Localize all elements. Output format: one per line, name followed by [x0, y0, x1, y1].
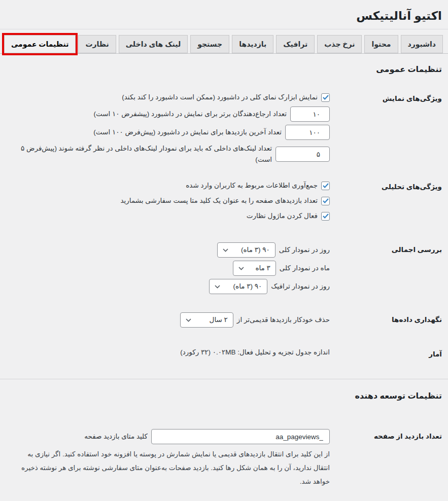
logged-in-users-label: جمع‌آوری اطلاعات مربوط به کاربران وارد ش… — [186, 180, 318, 191]
page-title: اکتیو آنالیتیکس — [6, 8, 442, 23]
general-settings-heading: تنظیمات عمومی — [6, 64, 442, 75]
pageviews-meta-key-checkbox[interactable] — [321, 197, 330, 205]
tab-content[interactable]: محتوا — [364, 35, 398, 53]
monitoring-module-label: فعال کردن ماژول نظارت — [247, 210, 318, 222]
traffic-chart-days-label: روز در نمودار ترافیک — [271, 281, 330, 292]
section-divider — [0, 379, 448, 379]
selected-value: ۲ سال — [210, 314, 228, 326]
tab-visits[interactable]: بازدیدها — [232, 35, 273, 53]
retention-period-select[interactable]: ۲ سال — [180, 312, 233, 328]
pageviews-meta-key-input[interactable] — [151, 429, 330, 444]
table-size-text: اندازه جدول تجزیه و تحلیل فعال: ۰.۰۲MB (… — [180, 347, 330, 358]
checkmark-icon — [323, 183, 329, 188]
developer-settings-heading: تنظیمات توسعه دهنده — [6, 390, 442, 402]
tab-dashboard[interactable]: داشبورد — [401, 35, 443, 53]
row-label-overview: بررسی اجمالی — [330, 242, 442, 255]
selected-value: ۹۰ (۳ ماه) — [233, 281, 262, 292]
pageviews-key-description: از این کلید برای انتقال بازدیدهای قدیمی … — [19, 447, 330, 488]
overview-widget-label: نمایش ابزارک نمای کلی در داشبورد (ممکن ا… — [122, 92, 318, 103]
overall-chart-months-label: ماه در نمودار کلی — [280, 263, 330, 274]
page-root: { "page": { "title": "اکتیو آنالیتیکس" }… — [0, 0, 448, 501]
internal-links-count-input[interactable] — [275, 147, 330, 162]
traffic-chart-days-select[interactable]: ۹۰ (۳ ماه) — [209, 279, 267, 294]
latest-visits-count-input[interactable] — [285, 125, 330, 140]
row-overview: بررسی اجمالی روز در نمودار کلی ۹۰ (۳ ماه… — [6, 242, 442, 294]
checkmark-icon — [323, 213, 329, 219]
row-analytics-features: ویژگی‌های تحلیلی جمع‌آوری اطلاعات مربوط … — [6, 180, 442, 222]
row-label-analytics-features: ویژگی‌های تحلیلی — [330, 180, 442, 192]
pageviews-meta-key-label: تعداد بازدیدهای صفحه را به عنوان یک کلید… — [121, 195, 318, 206]
top-referrers-count-input[interactable] — [290, 106, 330, 122]
auto-delete-label: حذف خودکار بازدیدها قدیمی‌تر از — [237, 314, 330, 326]
chevron-down-icon — [186, 318, 191, 322]
latest-visits-count-label: تعداد آخرین بازدیدها برای نمایش در داشبو… — [93, 127, 282, 138]
monitoring-module-checkbox[interactable] — [321, 212, 330, 221]
overview-widget-checkbox[interactable] — [321, 93, 330, 102]
row-label-pageviews-key: تعداد بازدید از صفحه — [330, 429, 442, 442]
tab-search[interactable]: جستجو — [190, 35, 229, 53]
row-label-display-features: ویژگی‌های نمایش — [330, 91, 442, 104]
row-data-retention: نگهداری داده‌ها حذف خودکار بازدیدها قدیم… — [6, 312, 442, 328]
overall-chart-days-label: روز در نمودار کلی — [279, 244, 330, 256]
internal-links-count-label: تعداد لینک‌های داخلی که باید برای نمودار… — [6, 143, 272, 165]
row-stats: آمار اندازه جدول تجزیه و تحلیل فعال: ۰.۰… — [6, 347, 442, 360]
selected-value: ۳ ماه — [255, 263, 270, 274]
tab-general-settings[interactable]: تنظیمات عمومی — [4, 35, 76, 53]
tab-internal-links[interactable]: لینک های داخلی — [119, 35, 188, 53]
tab-traffic[interactable]: ترافیک — [276, 35, 315, 53]
row-label-data-retention: نگهداری داده‌ها — [330, 312, 442, 325]
overall-chart-months-select[interactable]: ۳ ماه — [233, 261, 276, 276]
chevron-down-icon — [238, 267, 244, 270]
page-header: اکتیو آنالیتیکس — [0, 0, 448, 29]
overall-chart-days-select[interactable]: ۹۰ (۳ ماه) — [217, 242, 275, 258]
row-display-features: ویژگی‌های نمایش نمایش ابزارک نمای کلی در… — [6, 91, 442, 165]
chevron-down-icon — [215, 285, 220, 289]
selected-value: ۹۰ (۳ ماه) — [241, 244, 270, 256]
pageviews-meta-key-side-label: کلید متای بازدید صفحه — [84, 431, 148, 442]
logged-in-users-checkbox[interactable] — [321, 182, 330, 190]
chevron-down-icon — [223, 248, 228, 252]
row-pageviews-key: تعداد بازدید از صفحه کلید متای بازدید صف… — [6, 429, 442, 488]
row-label-stats: آمار — [330, 347, 442, 360]
nav-tabs: داشبورد محتوا نرخ جذب ترافیک بازدیدها جس… — [0, 29, 448, 54]
tab-bounce-rate[interactable]: نرخ جذب — [317, 35, 362, 53]
top-referrers-count-label: تعداد ارجاع‌دهندگان برتر برای نمایش در د… — [94, 109, 287, 120]
checkmark-icon — [323, 198, 329, 203]
checkmark-icon — [323, 95, 329, 100]
tab-monitoring[interactable]: نظارت — [78, 35, 116, 53]
